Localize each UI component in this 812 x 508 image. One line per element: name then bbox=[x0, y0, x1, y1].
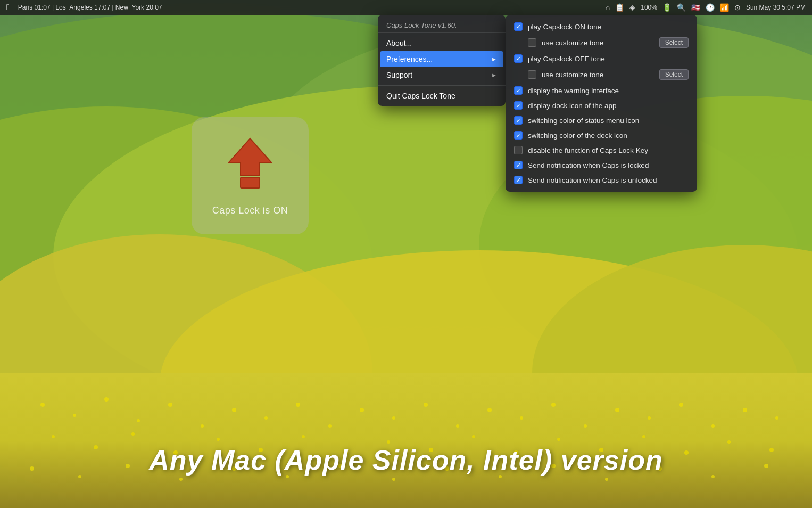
support-label: Support bbox=[386, 71, 412, 79]
select-button-customize_on[interactable]: Select bbox=[659, 37, 689, 48]
pref-item-dock_color[interactable]: ✓switching color of the dock icon bbox=[506, 128, 697, 143]
main-menu: Caps Lock Tone v1.60. About... Preferenc… bbox=[378, 15, 506, 106]
home-icon[interactable]: ⌂ bbox=[606, 3, 610, 12]
svg-point-18 bbox=[296, 403, 300, 407]
checkbox-notify_lock[interactable]: ✓ bbox=[514, 161, 523, 169]
world-times: Paris 01:07 | Los_Angeles 17:07 | New_Yo… bbox=[18, 4, 162, 11]
svg-point-40 bbox=[302, 435, 305, 438]
svg-point-59 bbox=[392, 478, 395, 481]
pref-label-customize_off: use customize tone bbox=[542, 71, 654, 79]
bottom-text: Any Mac (Apple Silicon, Intel) version bbox=[0, 444, 812, 476]
preferences-submenu: ✓play Capslock ON toneuse customize tone… bbox=[506, 15, 697, 192]
menu-item-preferences[interactable]: Preferences... ► bbox=[380, 51, 503, 67]
checkbox-customize_off[interactable] bbox=[528, 70, 536, 79]
apple-icon[interactable]:  bbox=[6, 3, 10, 12]
svg-point-10 bbox=[40, 403, 45, 407]
svg-marker-67 bbox=[229, 138, 271, 176]
svg-point-42 bbox=[387, 440, 390, 444]
battery-percent: 100% bbox=[641, 4, 657, 11]
svg-point-12 bbox=[104, 397, 109, 402]
svg-point-31 bbox=[711, 424, 715, 428]
svg-point-38 bbox=[217, 438, 220, 441]
svg-point-28 bbox=[615, 408, 619, 412]
svg-point-16 bbox=[232, 408, 236, 412]
menu-item-quit[interactable]: Quit Caps Lock Tone bbox=[378, 88, 506, 104]
checkbox-dock_icon[interactable]: ✓ bbox=[514, 101, 523, 110]
pref-item-play_on[interactable]: ✓play Capslock ON tone bbox=[506, 19, 697, 34]
pref-item-warning[interactable]: ✓display the warning interface bbox=[506, 83, 697, 98]
pref-item-play_off[interactable]: ✓play Capslock OFF tone bbox=[506, 51, 697, 66]
pref-label-disable_caps: disable the function of Caps Lock Key bbox=[528, 146, 689, 154]
menu-item-about[interactable]: About... bbox=[378, 35, 506, 51]
svg-point-20 bbox=[360, 408, 364, 412]
pref-label-warning: display the warning interface bbox=[528, 87, 689, 95]
pref-item-status_color[interactable]: ✓switching color of status menu icon bbox=[506, 113, 697, 128]
svg-point-46 bbox=[557, 438, 560, 441]
pref-label-play_off: play Capslock OFF tone bbox=[528, 55, 689, 63]
pref-item-notify_lock[interactable]: ✓Send notification when Caps is locked bbox=[506, 158, 697, 173]
svg-point-15 bbox=[201, 424, 204, 428]
svg-point-33 bbox=[775, 416, 778, 420]
menubar:  Paris 01:07 | Los_Angeles 17:07 | New_… bbox=[0, 0, 812, 15]
svg-point-11 bbox=[73, 414, 76, 417]
checkbox-play_off[interactable]: ✓ bbox=[514, 54, 523, 63]
checkbox-customize_on[interactable] bbox=[528, 38, 536, 47]
pref-item-customize_off[interactable]: use customize toneSelect bbox=[506, 66, 697, 83]
checkbox-warning[interactable]: ✓ bbox=[514, 86, 523, 95]
svg-point-27 bbox=[584, 424, 587, 428]
pref-item-customize_on[interactable]: use customize toneSelect bbox=[506, 34, 697, 51]
select-button-customize_off[interactable]: Select bbox=[659, 69, 689, 80]
pref-item-dock_icon[interactable]: ✓display dock icon of the app bbox=[506, 98, 697, 113]
svg-point-63 bbox=[605, 478, 608, 481]
capslock-arrow-icon bbox=[218, 136, 282, 200]
search-icon[interactable]: 🔍 bbox=[677, 3, 686, 12]
svg-point-30 bbox=[679, 403, 683, 407]
svg-point-34 bbox=[52, 435, 55, 438]
svg-rect-9 bbox=[0, 373, 812, 508]
svg-point-24 bbox=[487, 408, 492, 412]
menu-separator bbox=[378, 85, 506, 86]
svg-point-25 bbox=[520, 416, 523, 420]
checkbox-notify_unlock[interactable]: ✓ bbox=[514, 176, 523, 184]
svg-point-17 bbox=[264, 416, 268, 420]
menubar-left:  Paris 01:07 | Los_Angeles 17:07 | New_… bbox=[6, 3, 606, 12]
preferences-chevron: ► bbox=[491, 56, 497, 62]
checkbox-disable_caps[interactable] bbox=[514, 146, 523, 154]
svg-point-50 bbox=[727, 440, 731, 444]
checkbox-dock_color[interactable]: ✓ bbox=[514, 131, 523, 140]
pref-item-notify_unlock[interactable]: ✓Send notification when Caps is unlocked bbox=[506, 173, 697, 187]
pref-label-status_color: switching color of status menu icon bbox=[528, 117, 689, 125]
svg-point-22 bbox=[424, 403, 428, 407]
pref-label-notify_unlock: Send notification when Caps is unlocked bbox=[528, 176, 689, 184]
svg-point-48 bbox=[642, 435, 645, 438]
flag-icon[interactable]: 🇺🇸 bbox=[691, 3, 700, 12]
svg-point-44 bbox=[472, 435, 475, 438]
pref-label-notify_lock: Send notification when Caps is locked bbox=[528, 161, 689, 169]
checkbox-play_on[interactable]: ✓ bbox=[514, 22, 523, 31]
pref-label-play_on: play Capslock ON tone bbox=[528, 23, 689, 31]
wifi-icon[interactable]: 📶 bbox=[720, 3, 729, 12]
svg-rect-68 bbox=[241, 177, 260, 188]
svg-point-26 bbox=[551, 403, 556, 407]
pref-label-dock_icon: display dock icon of the app bbox=[528, 102, 689, 110]
capslock-overlay: Caps Lock is ON bbox=[192, 117, 309, 234]
svg-point-32 bbox=[743, 408, 747, 412]
capslock-status-text: Caps Lock is ON bbox=[212, 205, 288, 216]
clipboard-icon[interactable]: 📋 bbox=[615, 3, 624, 12]
support-chevron: ► bbox=[491, 72, 497, 78]
bookmark-icon[interactable]: ◈ bbox=[629, 3, 635, 12]
control-center-icon[interactable]: ⊙ bbox=[734, 3, 741, 12]
quit-label: Quit Caps Lock Tone bbox=[386, 92, 455, 100]
svg-point-13 bbox=[137, 419, 140, 422]
menubar-right: ⌂ 📋 ◈ 100% 🔋 🔍 🇺🇸 🕐 📶 ⊙ Sun May 30 5:07 … bbox=[606, 3, 806, 12]
svg-point-14 bbox=[168, 403, 172, 407]
preferences-label: Preferences... bbox=[386, 55, 433, 63]
clock-icon[interactable]: 🕐 bbox=[706, 3, 715, 12]
svg-point-23 bbox=[456, 424, 459, 428]
menu-item-support[interactable]: Support ► bbox=[378, 67, 506, 83]
svg-point-21 bbox=[392, 416, 395, 420]
pref-label-dock_color: switching color of the dock icon bbox=[528, 132, 689, 140]
battery-icon: 🔋 bbox=[662, 3, 672, 12]
checkbox-status_color[interactable]: ✓ bbox=[514, 116, 523, 125]
pref-item-disable_caps[interactable]: disable the function of Caps Lock Key bbox=[506, 143, 697, 158]
